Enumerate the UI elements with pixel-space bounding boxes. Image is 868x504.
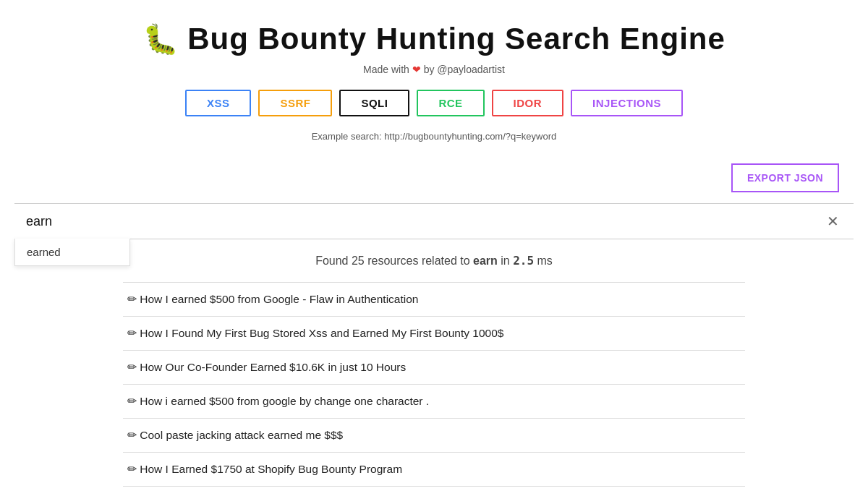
results-prefix: Found 25 resources related to xyxy=(315,255,473,267)
result-item[interactable]: ✏ How I Found My First Bug Stored Xss an… xyxy=(123,317,745,351)
export-row: EXPORT JSON xyxy=(14,163,854,192)
search-bar-inner: ✕ xyxy=(14,204,854,239)
result-item[interactable]: ✏ How I earned $500 from Google - Flaw i… xyxy=(123,282,745,317)
search-bar-container: ✕ earned xyxy=(14,203,854,239)
header: 🐛 Bug Bounty Hunting Search Engine Made … xyxy=(14,22,854,75)
results-keyword: earn xyxy=(473,255,498,267)
results-summary: Found 25 resources related to earn in 2.… xyxy=(123,254,745,268)
results-area: Found 25 resources related to earn in 2.… xyxy=(109,239,760,501)
tag-rce-button[interactable]: RCE xyxy=(417,90,484,116)
tag-idor-button[interactable]: IDOR xyxy=(492,90,564,116)
tag-ssrf-button[interactable]: SSRF xyxy=(258,90,332,116)
heart-icon: ❤ xyxy=(412,64,421,75)
results-in: in xyxy=(498,255,513,267)
result-list: ✏ How I earned $500 from Google - Flaw i… xyxy=(123,282,745,487)
results-unit: ms xyxy=(534,255,553,267)
subtitle-suffix: by @payloadartist xyxy=(421,64,505,75)
result-item[interactable]: ✏ How I Earned $1750 at Shopify Bug Boun… xyxy=(123,453,745,487)
title-row: 🐛 Bug Bounty Hunting Search Engine xyxy=(14,22,854,56)
example-search-link[interactable]: http://bugbountyhunting.com/?q=keyword xyxy=(384,131,556,142)
result-item[interactable]: ✏ How Our Co-Founder Earned $10.6K in ju… xyxy=(123,351,745,385)
subtitle: Made with ❤ by @payloadartist xyxy=(14,64,854,75)
result-item[interactable]: ✏ Cool paste jacking attack earned me $$… xyxy=(123,419,745,453)
autocomplete-item[interactable]: earned xyxy=(15,239,129,265)
autocomplete-dropdown: earned xyxy=(14,239,130,266)
tag-injections-button[interactable]: INJECTIONS xyxy=(571,90,683,116)
page-title: Bug Bounty Hunting Search Engine xyxy=(187,22,726,56)
result-item[interactable]: ✏ How i earned $500 from google by chang… xyxy=(123,385,745,419)
subtitle-prefix: Made with xyxy=(363,64,412,75)
search-input[interactable] xyxy=(26,214,824,229)
tag-xss-button[interactable]: XSS xyxy=(185,90,252,116)
tag-sqli-button[interactable]: SQLI xyxy=(339,90,409,116)
tag-buttons: XSS SSRF SQLI RCE IDOR INJECTIONS xyxy=(14,90,854,116)
export-json-button[interactable]: EXPORT JSON xyxy=(731,163,839,192)
example-search: Example search: http://bugbountyhunting.… xyxy=(14,131,854,142)
bug-emoji: 🐛 xyxy=(142,22,179,56)
clear-search-button[interactable]: ✕ xyxy=(824,213,842,230)
results-time: 2.5 xyxy=(513,254,534,268)
